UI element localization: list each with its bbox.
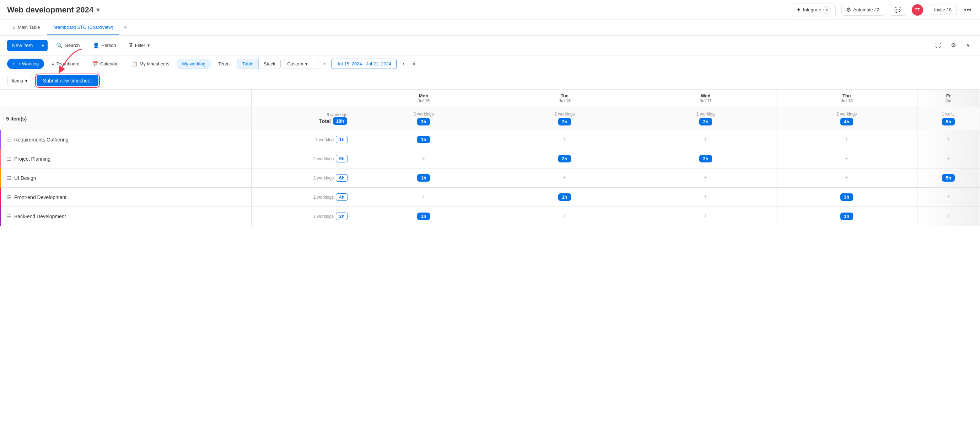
- tab-teamboard-stg[interactable]: Teamboard STG (BoardView): [47, 20, 119, 35]
- tab-main-table[interactable]: ⌂ Main Table: [7, 20, 46, 35]
- stack-view-button[interactable]: Stack: [259, 59, 280, 69]
- item-fri-cell[interactable]: +: [917, 207, 980, 226]
- submit-timesheet-button[interactable]: Submit new timesheet: [37, 75, 99, 86]
- item-worklogs-text: 2 worklogs: [313, 195, 334, 200]
- filter-label: Filter: [135, 43, 145, 48]
- timesheets-label: My timesheets: [140, 61, 170, 67]
- item-fri-cell[interactable]: 5h: [917, 169, 980, 188]
- item-tue-cell[interactable]: 1h: [494, 188, 635, 207]
- item-tue-cell[interactable]: +: [494, 130, 635, 149]
- integrate-logo: ∞: [823, 6, 831, 14]
- item-thu-cell[interactable]: 1h: [776, 207, 917, 226]
- add-icon[interactable]: +: [947, 193, 950, 201]
- item-thu-cell[interactable]: +: [776, 169, 917, 188]
- app-title-text: Web development 2024: [7, 5, 94, 14]
- main-content: Mon Jul 15 Tue Jul 16 Wed Jul 17: [0, 89, 980, 445]
- item-wed-cell[interactable]: +: [635, 169, 776, 188]
- summary-items-cell: 5 item(s): [1, 107, 251, 130]
- timesheets-view-button[interactable]: 📋 My timesheets: [127, 59, 175, 69]
- tab-add-icon: +: [123, 24, 127, 31]
- teamboard-view-button[interactable]: ≡ Teamboard: [46, 59, 85, 69]
- teamboard-icon: ≡: [51, 61, 54, 67]
- add-icon[interactable]: +: [947, 136, 950, 143]
- add-icon[interactable]: +: [947, 155, 950, 162]
- app-title[interactable]: Web development 2024 ▾: [7, 5, 100, 14]
- add-icon[interactable]: +: [845, 174, 848, 181]
- automate-button[interactable]: ⚙ Automate / 2: [842, 4, 884, 16]
- view-filter-button[interactable]: ⊽: [410, 59, 418, 69]
- item-tue-cell[interactable]: 2h: [494, 149, 635, 169]
- item-name-label: Requirements Gathering: [14, 137, 68, 142]
- more-button[interactable]: •••: [963, 4, 973, 15]
- item-fri-cell[interactable]: +: [917, 149, 980, 169]
- expand-button[interactable]: ⛶: [932, 40, 944, 51]
- person-label: Person: [102, 43, 116, 48]
- calendar-view-button[interactable]: 📅 Calendar: [87, 59, 124, 69]
- item-wed-cell[interactable]: 3h: [635, 149, 776, 169]
- filter-icon: ⊽: [129, 42, 133, 49]
- mon-summary-cell: 3 worklogs 3h: [353, 107, 494, 130]
- total-hours-badge: 18h: [333, 117, 347, 125]
- search-button[interactable]: 🔍 Search: [52, 40, 84, 51]
- settings-button[interactable]: ⚙: [948, 39, 959, 51]
- tab-add-button[interactable]: +: [121, 21, 130, 34]
- custom-chevron-icon: ▾: [305, 61, 308, 67]
- person-button[interactable]: 👤 Person: [89, 40, 121, 51]
- item-mon-cell[interactable]: 1h: [353, 130, 494, 149]
- automate-label: Automate / 2: [853, 7, 880, 13]
- item-wed-cell[interactable]: +: [635, 188, 776, 207]
- main-table-label: Main Table: [18, 24, 40, 30]
- team-view-button[interactable]: Team: [213, 59, 235, 69]
- date-range-button[interactable]: Jul 15, 2024 - Jul 21, 2024: [331, 59, 396, 69]
- integrate-button[interactable]: ✦ Integrate ∞: [792, 3, 836, 16]
- add-icon[interactable]: +: [845, 136, 848, 143]
- filter-button[interactable]: ⊽ Filter ▾: [125, 40, 154, 51]
- item-wed-cell[interactable]: +: [635, 130, 776, 149]
- item-thu-cell[interactable]: 3h: [776, 188, 917, 207]
- comment-button[interactable]: 💬: [890, 4, 906, 16]
- items-chevron-icon: ▾: [25, 78, 28, 83]
- mon-day-name: Mon: [359, 93, 488, 99]
- item-tue-cell[interactable]: +: [494, 207, 635, 226]
- add-icon[interactable]: +: [947, 212, 950, 220]
- item-thu-cell[interactable]: +: [776, 149, 917, 169]
- add-icon[interactable]: +: [704, 136, 708, 143]
- add-icon[interactable]: +: [563, 212, 567, 220]
- item-mon-cell[interactable]: +: [353, 149, 494, 169]
- search-label: Search: [65, 43, 80, 48]
- item-total-badge: 4h: [336, 193, 348, 201]
- table-label: Table: [242, 61, 253, 67]
- add-icon[interactable]: +: [704, 212, 708, 220]
- item-fri-cell[interactable]: +: [917, 130, 980, 149]
- invite-button[interactable]: Invite / 8: [929, 5, 957, 15]
- total-col-header: [251, 89, 353, 107]
- new-item-button[interactable]: New item ▾: [7, 40, 48, 51]
- item-wed-cell[interactable]: +: [635, 207, 776, 226]
- item-mon-cell[interactable]: 1h: [353, 207, 494, 226]
- add-icon[interactable]: +: [422, 155, 426, 162]
- new-item-chevron-icon[interactable]: ▾: [38, 40, 48, 51]
- add-icon[interactable]: +: [422, 193, 426, 201]
- add-icon[interactable]: +: [704, 193, 708, 201]
- item-thu-cell[interactable]: +: [776, 130, 917, 149]
- item-mon-cell[interactable]: 1h: [353, 169, 494, 188]
- my-worklog-view-button[interactable]: My worklog: [177, 59, 211, 69]
- items-dropdown[interactable]: Items ▾: [7, 76, 32, 86]
- prev-period-button[interactable]: ‹: [320, 58, 329, 69]
- next-period-button[interactable]: ›: [399, 58, 407, 69]
- item-name-label: Project Planning: [14, 156, 51, 162]
- custom-dropdown[interactable]: Custom ▾: [283, 59, 318, 69]
- item-fri-cell[interactable]: +: [917, 188, 980, 207]
- add-icon[interactable]: +: [845, 155, 848, 162]
- avatar[interactable]: TT: [912, 4, 923, 16]
- table-view-button[interactable]: Table: [237, 59, 259, 69]
- item-tue-cell[interactable]: +: [494, 169, 635, 188]
- worklog-view-button[interactable]: + + Worklog: [7, 59, 44, 69]
- item-name-cell: ☰ Back-end Development: [1, 207, 251, 226]
- collapse-button[interactable]: ∧: [963, 39, 973, 51]
- add-icon[interactable]: +: [704, 174, 708, 181]
- wed-worklogs-count: 1 worklog: [635, 112, 776, 116]
- item-mon-cell[interactable]: +: [353, 188, 494, 207]
- add-icon[interactable]: +: [563, 136, 567, 143]
- add-icon[interactable]: +: [563, 174, 567, 181]
